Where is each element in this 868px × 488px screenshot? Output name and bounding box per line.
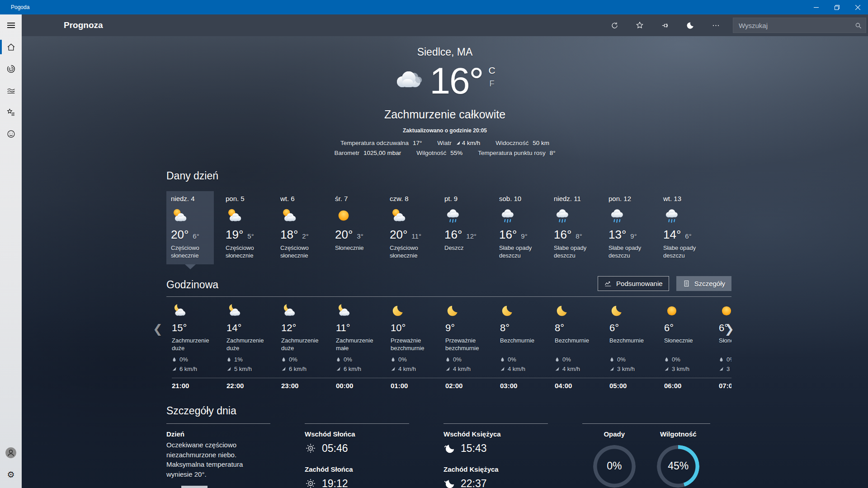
droplet-icon — [445, 357, 450, 362]
hourly-scroll-left-button[interactable]: ❮ — [153, 323, 163, 335]
hour-card[interactable]: 8° Bezchmurnie 0% 4 km/h — [500, 303, 547, 372]
wind-icon — [609, 366, 614, 371]
precipitation-gauge: 0% — [593, 445, 636, 488]
hour-condition: Zachmurzenie duże — [226, 337, 274, 353]
sidebar-item-favorites[interactable] — [0, 101, 22, 123]
day-label: pt. 9 — [444, 195, 483, 202]
theme-button[interactable] — [678, 14, 703, 36]
hour-temp: 6° — [664, 322, 712, 334]
search-icon[interactable] — [850, 22, 866, 29]
window-title: Pogoda — [11, 4, 806, 10]
details-button[interactable]: Szczegóły — [676, 276, 731, 291]
day-condition: Częściowo słonecznie — [171, 244, 209, 260]
day-low-temp: 3° — [357, 232, 363, 240]
day-card[interactable]: wt. 6 18° 2° Częściowo słonecznie — [276, 191, 323, 264]
moonset-label: Zachód Księżyca — [443, 465, 548, 473]
day-high-temp: 16° — [554, 228, 571, 242]
favorite-button[interactable] — [627, 14, 652, 36]
unit-fahrenheit-toggle[interactable]: F — [489, 80, 494, 89]
hour-temp: 14° — [226, 322, 274, 334]
restore-button[interactable] — [826, 0, 847, 14]
horizontal-scrollbar-thumb[interactable] — [181, 486, 208, 488]
minimize-button[interactable] — [806, 0, 826, 14]
day-card[interactable]: śr. 7 20° 3° Słonecznie — [330, 191, 378, 264]
hour-temp: 6° — [609, 322, 657, 334]
menu-button[interactable] — [0, 14, 22, 36]
droplet-icon — [226, 357, 231, 362]
hour-card[interactable]: 11° Zachmurzenie małe 0% 6 km/h — [336, 303, 383, 372]
day-description: Oczekiwane częściowo niezachmurzone nieb… — [166, 440, 270, 479]
wind-icon — [172, 366, 177, 371]
hour-card[interactable]: 6° Bezchmurnie 0% 3 km/h — [609, 303, 657, 372]
sidebar-item-maps[interactable] — [0, 58, 22, 80]
day-label: wt. 13 — [663, 195, 702, 202]
hour-wind: 6 km/h — [289, 366, 307, 372]
hour-card[interactable]: 10° Przeważnie bezchmurnie 0% 4 km/h — [391, 303, 438, 372]
day-card[interactable]: niedz. 11 16° 8° Słabe opady deszczu — [549, 191, 597, 264]
sidebar-item-forecast[interactable] — [0, 36, 22, 58]
person-icon — [5, 447, 17, 459]
day-card[interactable]: pon. 12 13° 9° Słabe opady deszczu — [604, 191, 651, 264]
sidebar: ⚙ — [0, 14, 22, 488]
rain-icon — [499, 207, 516, 224]
day-card[interactable]: pon. 5 19° 5° Częściowo słonecznie — [221, 191, 269, 264]
day-label: niedz. 11 — [554, 195, 592, 202]
hour-condition: Przeważnie bezchmurnie — [445, 337, 493, 353]
day-card[interactable]: wt. 13 14° 6° Słabe opady deszczu — [659, 191, 706, 264]
last-updated: Zaktualizowano o godzinie 20:05 — [22, 127, 868, 134]
day-card[interactable]: czw. 8 20° 11° Częściowo słonecznie — [385, 191, 433, 264]
day-high-temp: 16° — [444, 228, 462, 242]
hour-card[interactable]: 8° Bezchmurnie 0% 4 km/h — [555, 303, 602, 372]
droplet-icon — [609, 357, 614, 362]
hour-card[interactable]: 6° Słonecznie 0% 3 km/h — [664, 303, 712, 372]
precipitation-value: 0% — [593, 445, 636, 488]
humidity-label: Wilgotność — [660, 430, 697, 438]
day-low-temp: 11° — [411, 232, 421, 240]
hour-wind: 4 km/h — [508, 366, 525, 372]
sunrise-icon — [305, 442, 316, 454]
sunny-icon — [335, 207, 352, 224]
day-label: pon. 5 — [226, 195, 264, 202]
day-high-temp: 20° — [171, 228, 189, 242]
settings-button[interactable]: ⚙ — [0, 464, 22, 485]
day-card[interactable]: sob. 10 16° 9° Słabe opady deszczu — [495, 191, 542, 264]
hour-times-row: 21:0022:0023:0000:0001:0002:0003:0004:00… — [172, 378, 731, 391]
current-detail-stats: Temperatura odczuwalna17° Wiatr4 km/h Wi… — [22, 140, 868, 156]
rain-icon — [444, 207, 462, 224]
hour-card[interactable]: 12° Zachmurzenie duże 0% 6 km/h — [281, 303, 329, 372]
hour-card[interactable]: 9° Przeważnie bezchmurnie 0% 4 km/h — [445, 303, 493, 372]
day-card[interactable]: niedz. 4 20° 6° Częściowo słonecznie — [166, 191, 214, 264]
day-condition: Słabe opady deszczu — [609, 244, 647, 260]
search-box — [733, 18, 866, 33]
close-button[interactable] — [847, 0, 868, 14]
day-card[interactable]: pt. 9 16° 12° Deszcz — [440, 191, 487, 264]
sunrise-time: 05:46 — [322, 442, 348, 455]
hour-precip: 0% — [453, 356, 462, 363]
sunset-label: Zachód Słońca — [305, 465, 409, 473]
day-label: sob. 10 — [499, 195, 538, 202]
day-details-title: Szczegóły dnia — [166, 405, 868, 417]
sidebar-item-history[interactable] — [0, 80, 22, 101]
more-button[interactable] — [703, 14, 728, 36]
hour-wind: 5 km/h — [234, 366, 252, 372]
summary-button[interactable]: Podsumowanie — [598, 276, 669, 291]
day-night-summary: Dzień Oczekiwane częściowo niezachmurzon… — [166, 423, 270, 488]
day-low-temp: 9° — [630, 232, 637, 240]
sidebar-item-feedback[interactable] — [0, 123, 22, 145]
wind-icon — [719, 366, 724, 371]
hour-time-label: 00:00 — [336, 382, 391, 389]
hour-condition: Słonecznie — [664, 337, 712, 353]
hourly-scroll-right-button[interactable]: ❯ — [724, 323, 734, 335]
hour-card[interactable]: 15° Zachmurzenie duże 0% 6 km/h — [172, 303, 219, 372]
account-button[interactable] — [0, 442, 22, 464]
hour-time-label: 05:00 — [609, 382, 664, 389]
rain-icon — [609, 207, 626, 224]
search-input[interactable] — [733, 22, 850, 29]
refresh-button[interactable] — [602, 14, 627, 36]
pin-button[interactable] — [652, 14, 678, 36]
hour-card[interactable]: 14° Zachmurzenie duże 1% 5 km/h — [226, 303, 274, 372]
unit-celsius-toggle[interactable]: C — [488, 65, 495, 75]
day-condition: Częściowo słonecznie — [280, 244, 319, 260]
hour-time-label: 22:00 — [226, 382, 281, 389]
hour-card[interactable]: 6° Słonecznie 0% 3 km/h — [719, 303, 731, 372]
